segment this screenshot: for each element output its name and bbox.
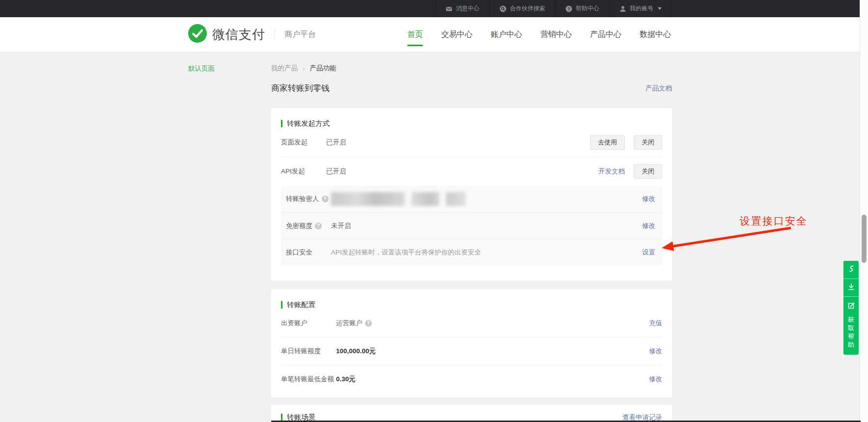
nav-item-data[interactable]: 数据中心 xyxy=(639,27,672,43)
main-nav: 首页 交易中心 账户中心 营销中心 产品中心 数据中心 xyxy=(406,17,672,52)
transfer-scene-card: 转账场景 查看申请记录 xyxy=(271,405,672,422)
row-label: 页面发起 xyxy=(281,138,326,147)
section-marker xyxy=(281,414,282,421)
search-icon xyxy=(500,5,506,12)
feedback-icon xyxy=(847,303,855,311)
recharge-link[interactable]: 充值 xyxy=(649,319,662,328)
breadcrumb: 我的产品 › 产品功能 xyxy=(271,64,336,73)
section-title: 转账发起方式 xyxy=(287,119,330,128)
nav-item-home[interactable]: 首页 xyxy=(406,27,424,43)
nav-item-account[interactable]: 账户中心 xyxy=(490,27,523,43)
setup-api-security-link[interactable]: 设置 xyxy=(642,248,655,257)
header: 微信支付 商户平台 首页 交易中心 账户中心 营销中心 产品中心 数据中心 xyxy=(0,17,868,52)
no-password-quota-row: 免密额度 未开启 修改 xyxy=(281,212,662,239)
breadcrumb-parent[interactable]: 我的产品 xyxy=(271,64,298,73)
topbar-item-help-center[interactable]: ? 帮助中心 xyxy=(555,0,609,17)
breadcrumb-separator: › xyxy=(303,65,305,72)
platform-name: 商户平台 xyxy=(284,29,316,40)
api-settings-panel: 转账验密人 修改 免密额度 未开启 修改 接口安全 API发起转 xyxy=(281,186,662,265)
logo-divider xyxy=(275,29,275,40)
topbar-item-label: 我的账号 xyxy=(630,4,653,13)
transfer-config-card: 转账配置 出资账户 运营账户 充值 单日转账额度 100,000.00元 修改 … xyxy=(271,289,672,397)
section-head: 转账场景 查看申请记录 xyxy=(281,405,662,422)
service-button[interactable] xyxy=(843,261,859,279)
mail-icon xyxy=(446,5,452,12)
row-label: 单日转账额度 xyxy=(281,347,336,356)
topbar-item-partner-search[interactable]: 合作伙伴搜索 xyxy=(489,0,555,17)
close-api-initiate-button[interactable]: 关闭 xyxy=(634,164,662,179)
topbar-item-my-account[interactable]: 我的账号 xyxy=(609,0,672,17)
api-initiate-row: API发起 已开启 开发文档 关闭 xyxy=(281,157,662,186)
row-label: 出资账户 xyxy=(281,319,336,328)
download-button[interactable] xyxy=(843,279,859,296)
api-security-row: 接口安全 API发起转账时，设置该项平台将保护你的出资安全 设置 xyxy=(281,239,662,265)
row-value: 运营账户 xyxy=(336,319,372,328)
help-icon[interactable] xyxy=(322,196,329,202)
min-amount-row: 单笔转账最低金额 0.30元 修改 xyxy=(281,366,662,393)
brand-name: 微信支付 xyxy=(212,26,265,43)
funding-account-row: 出资账户 运营账户 充值 xyxy=(281,309,662,337)
user-icon xyxy=(619,5,626,12)
section-head: 转账发起方式 xyxy=(281,108,662,128)
topbar-item-label: 消息中心 xyxy=(456,4,479,13)
product-doc-link[interactable]: 产品文档 xyxy=(645,84,672,93)
go-use-button[interactable]: 去使用 xyxy=(590,135,625,150)
topbar-item-label: 帮助中心 xyxy=(576,4,599,13)
nav-item-transactions[interactable]: 交易中心 xyxy=(440,27,474,43)
row-status: 未开启 xyxy=(331,222,351,230)
breadcrumb-current: 产品功能 xyxy=(310,64,336,73)
close-page-initiate-button[interactable]: 关闭 xyxy=(634,135,662,150)
daily-limit-row: 单日转账额度 100,000.00元 修改 xyxy=(281,338,662,365)
page-initiate-row: 页面发起 已开启 去使用 关闭 xyxy=(281,128,662,157)
masked-value xyxy=(331,192,466,206)
scrollbar-thumb[interactable] xyxy=(862,215,867,263)
modify-min-amount-link[interactable]: 修改 xyxy=(649,375,662,384)
get-help-label: 获取帮助 xyxy=(848,315,854,349)
row-label: API发起 xyxy=(281,167,326,176)
page-title-row: 商家转账到零钱 产品文档 xyxy=(271,83,672,94)
row-label: 免密额度 xyxy=(286,222,331,230)
row-label: 接口安全 xyxy=(286,248,331,257)
chevron-down-icon xyxy=(658,7,662,10)
transfer-methods-card: 转账发起方式 页面发起 已开启 去使用 关闭 API发起 已开启 开发文档 关闭… xyxy=(271,108,672,281)
nav-item-marketing[interactable]: 营销中心 xyxy=(539,27,573,43)
topbar-item-label: 合作伙伴搜索 xyxy=(510,4,545,13)
help-icon[interactable] xyxy=(365,320,372,327)
row-value: 100,000.00元 xyxy=(336,347,376,356)
scrollbar-track[interactable] xyxy=(860,0,868,422)
svg-text:?: ? xyxy=(567,6,570,11)
service-icon xyxy=(847,265,855,275)
section-title: 转账配置 xyxy=(287,300,315,309)
modify-daily-limit-link[interactable]: 修改 xyxy=(649,347,662,356)
topbar: 消息中心 合作伙伴搜索 ? 帮助中心 我的账号 xyxy=(0,0,868,17)
float-help-bar: 获取帮助 xyxy=(843,261,859,355)
row-status: 已开启 xyxy=(326,167,346,176)
help-icon[interactable] xyxy=(315,223,322,229)
nav-item-products[interactable]: 产品中心 xyxy=(589,27,622,43)
row-label: 单笔转账最低金额 xyxy=(281,375,336,384)
verifier-row: 转账验密人 修改 xyxy=(281,186,662,212)
annotation-text: 设置接口安全 xyxy=(740,214,808,228)
topbar-item-messages[interactable]: 消息中心 xyxy=(435,0,489,17)
wechat-pay-logo[interactable]: 微信支付 商户平台 xyxy=(188,17,316,52)
download-icon xyxy=(847,283,855,293)
modify-quota-link[interactable]: 修改 xyxy=(642,222,655,230)
page-title: 商家转账到零钱 xyxy=(271,83,330,94)
sidebar-item-default-page[interactable]: 默认页面 xyxy=(188,64,215,73)
row-value: 0.30元 xyxy=(336,375,356,384)
wechat-pay-logo-icon xyxy=(188,24,207,45)
row-label: 转账验密人 xyxy=(286,195,331,203)
section-marker xyxy=(281,120,282,127)
section-marker xyxy=(281,301,282,309)
modify-verifier-link[interactable]: 修改 xyxy=(642,195,655,203)
get-help-button[interactable]: 获取帮助 xyxy=(843,296,859,355)
row-description: API发起转账时，设置该项平台将保护你的出资安全 xyxy=(331,248,481,257)
help-icon: ? xyxy=(565,5,572,12)
section-head: 转账配置 xyxy=(281,289,662,309)
dev-doc-link[interactable]: 开发文档 xyxy=(598,167,625,176)
row-status: 已开启 xyxy=(326,138,346,147)
